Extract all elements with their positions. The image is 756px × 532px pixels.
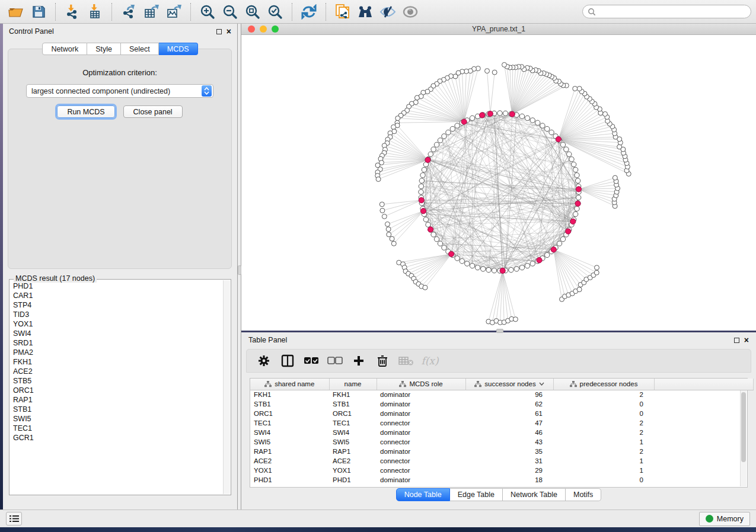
mcds-result-item[interactable]: TEC1 — [13, 424, 221, 433]
network-node[interactable] — [450, 126, 455, 131]
export-table-button[interactable] — [140, 2, 162, 22]
network-node[interactable] — [519, 265, 524, 270]
horizontal-splitter-grip[interactable] — [496, 329, 503, 333]
network-node[interactable] — [422, 167, 426, 172]
network-leaf-node[interactable] — [577, 287, 582, 292]
network-window-titlebar[interactable]: YPA_prune.txt_1 — [241, 24, 756, 35]
network-leaf-node[interactable] — [602, 111, 607, 116]
function-builder-icon[interactable]: f(x) — [421, 352, 439, 370]
delete-table-icon[interactable] — [397, 352, 415, 370]
tab-select[interactable]: Select — [121, 43, 159, 55]
network-leaf-node[interactable] — [382, 214, 387, 219]
table-row[interactable]: YOX1YOX1connector291 — [250, 466, 753, 475]
network-node[interactable] — [497, 111, 502, 116]
network-node[interactable] — [509, 267, 513, 272]
network-leaf-node[interactable] — [391, 241, 396, 246]
tab-network-table[interactable]: Network Table — [503, 488, 566, 501]
table-scrollbar-thumb[interactable] — [741, 392, 746, 462]
result-list-scrollbar[interactable] — [223, 280, 230, 494]
mcds-result-item[interactable]: STP4 — [13, 300, 221, 310]
network-node[interactable] — [525, 116, 529, 120]
network-node[interactable] — [560, 142, 565, 147]
table-row[interactable]: RAP1RAP1dominator352 — [250, 447, 753, 456]
mcds-result-item[interactable]: SWI4 — [13, 329, 221, 338]
run-mcds-button[interactable]: Run MCDS — [57, 105, 114, 118]
mcds-result-item[interactable]: PHD1 — [13, 281, 221, 291]
zoom-fit-button[interactable] — [241, 2, 264, 22]
memory-button[interactable]: Memory — [699, 512, 750, 526]
mcds-hub-node[interactable] — [419, 197, 424, 203]
network-leaf-node[interactable] — [391, 124, 396, 129]
mcds-hub-node[interactable] — [576, 187, 581, 192]
network-leaf-node[interactable] — [390, 236, 394, 241]
mcds-hub-node[interactable] — [479, 113, 484, 118]
network-node[interactable] — [530, 261, 535, 266]
add-column-icon[interactable] — [350, 352, 368, 370]
network-node[interactable] — [475, 265, 480, 270]
network-leaf-node[interactable] — [485, 69, 490, 73]
table-scrollbar[interactable] — [740, 390, 747, 486]
network-node[interactable] — [545, 252, 550, 257]
network-node[interactable] — [486, 267, 491, 272]
zoom-selected-button[interactable] — [264, 2, 286, 22]
network-node[interactable] — [419, 178, 424, 183]
network-node[interactable] — [564, 147, 569, 152]
table-row[interactable]: SWI4SWI4dominator462 — [250, 428, 753, 437]
mcds-result-item[interactable]: RAP1 — [13, 395, 221, 405]
network-node[interactable] — [419, 190, 423, 194]
network-node[interactable] — [455, 256, 460, 261]
mcds-result-item[interactable]: YOX1 — [13, 319, 221, 329]
network-node[interactable] — [438, 138, 442, 143]
export-network-button[interactable] — [117, 2, 140, 22]
mcds-hub-node[interactable] — [575, 201, 580, 206]
share-document-button[interactable] — [331, 2, 354, 22]
network-leaf-node[interactable] — [376, 177, 381, 181]
network-leaf-node[interactable] — [502, 62, 506, 67]
mcds-result-item[interactable]: PMA2 — [13, 348, 221, 357]
network-node[interactable] — [426, 222, 430, 227]
mcds-hub-node[interactable] — [449, 251, 454, 257]
table-row[interactable]: ACE2ACE2connector311 — [250, 456, 753, 466]
mcds-result-item[interactable]: SRD1 — [13, 338, 221, 348]
network-node[interactable] — [560, 237, 565, 242]
network-node[interactable] — [431, 232, 436, 237]
tab-style[interactable]: Style — [87, 43, 121, 55]
tab-motifs[interactable]: Motifs — [566, 488, 601, 501]
column-header-shared-name[interactable]: shared name — [250, 379, 329, 390]
network-node[interactable] — [492, 268, 496, 273]
export-image-button[interactable] — [162, 2, 185, 22]
network-leaf-node[interactable] — [423, 285, 428, 290]
mcds-result-item[interactable]: SWI5 — [13, 414, 221, 424]
mcds-hub-node[interactable] — [428, 227, 433, 232]
column-header-name[interactable]: name — [329, 379, 377, 390]
network-node[interactable] — [442, 245, 446, 250]
mcds-result-item[interactable]: CAR1 — [13, 291, 221, 300]
float-panel-icon[interactable] — [216, 29, 222, 34]
mcds-hub-node[interactable] — [509, 111, 515, 117]
network-leaf-node[interactable] — [595, 265, 599, 270]
save-session-button[interactable] — [27, 2, 50, 22]
deselect-all-rows-icon[interactable] — [326, 352, 344, 370]
network-node[interactable] — [575, 173, 579, 178]
select-all-rows-icon[interactable] — [302, 352, 320, 370]
tab-edge-table[interactable]: Edge Table — [450, 488, 503, 501]
network-node[interactable] — [535, 120, 540, 125]
network-node[interactable] — [446, 130, 451, 134]
mcds-hub-node[interactable] — [461, 119, 467, 124]
mcds-result-item[interactable]: GCR1 — [13, 433, 221, 443]
network-leaf-node[interactable] — [594, 270, 599, 275]
column-selector-icon[interactable] — [279, 352, 296, 370]
mcds-result-item[interactable]: STB5 — [13, 376, 221, 386]
search-field[interactable] — [582, 5, 751, 18]
import-network-button[interactable] — [61, 2, 84, 22]
hide-selected-button[interactable] — [377, 2, 399, 22]
network-node[interactable] — [503, 111, 508, 116]
network-node[interactable] — [575, 178, 580, 183]
network-node[interactable] — [514, 267, 519, 271]
network-leaf-node[interactable] — [492, 70, 497, 75]
network-node[interactable] — [470, 116, 474, 120]
network-leaf-node[interactable] — [395, 116, 400, 121]
open-file-button[interactable] — [5, 2, 27, 22]
network-node[interactable] — [470, 263, 474, 268]
close-panel-icon[interactable]: × — [227, 28, 231, 34]
